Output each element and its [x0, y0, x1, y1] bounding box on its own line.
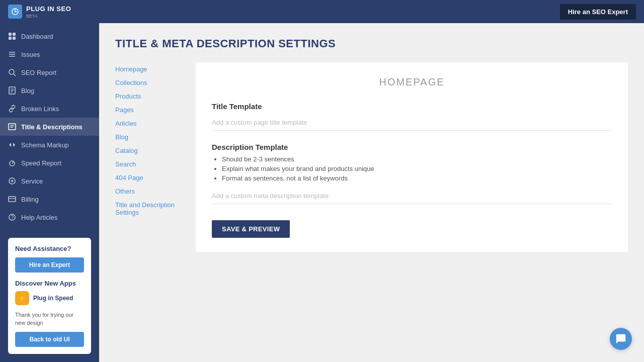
sidebar-item-blog[interactable]: Blog [0, 81, 99, 100]
sidebar-label-issues: Issues [21, 51, 40, 58]
svg-line-18 [12, 162, 14, 163]
left-nav-articles[interactable]: Articles [115, 117, 192, 130]
assistance-card: Need Assistance? Hire an Expert Discover… [8, 238, 91, 354]
speed-icon [8, 159, 16, 167]
sidebar-item-issues[interactable]: Issues [0, 45, 99, 63]
main-panel: HOMEPAGE Title Template Description Temp… [196, 62, 628, 252]
sidebar-label-blog: Blog [21, 87, 34, 95]
description-template-input[interactable] [212, 188, 612, 204]
left-nav-search[interactable]: Search [115, 157, 192, 171]
plug-speed-icon: ⚡ [15, 291, 29, 305]
assistance-title: Need Assistance? [15, 245, 84, 252]
header: PLUG IN SEO BETA Hire an SEO Expert [0, 0, 644, 23]
description-hints: Should be 2-3 sentences Explain what mak… [212, 155, 612, 182]
help-icon: ? [8, 213, 16, 221]
sidebar-label-dashboard: Dashboard [21, 33, 53, 40]
sidebar-label-help-articles: Help Articles [21, 214, 57, 221]
sidebar-label-seo-report: SEO Report [21, 69, 56, 76]
seo-report-icon [8, 68, 16, 76]
sidebar-item-help-articles[interactable]: ? Help Articles [0, 208, 99, 226]
sidebar-item-dashboard[interactable]: Dashboard [0, 27, 99, 45]
billing-icon [8, 195, 16, 203]
hire-expert-header-button[interactable]: Hire an SEO Expert [560, 4, 636, 20]
content-area: TITLE & META DESCRIPTION SETTINGS Homepa… [99, 23, 644, 362]
left-nav-collections[interactable]: Collections [115, 76, 192, 89]
svg-text:?: ? [11, 215, 14, 220]
svg-rect-2 [13, 33, 16, 36]
sidebar-item-broken-links[interactable]: Broken Links [0, 100, 99, 118]
logo: PLUG IN SEO BETA [8, 5, 71, 19]
left-nav-404-page[interactable]: 404 Page [115, 171, 192, 185]
hire-expert-sidebar-button[interactable]: Hire an Expert [15, 257, 84, 273]
logo-beta: BETA [26, 14, 71, 19]
page-title: TITLE & META DESCRIPTION SETTINGS [115, 37, 628, 50]
content-inner: Homepage Collections Products Pages Arti… [115, 62, 628, 252]
left-nav-title-description-settings[interactable]: Title and Description Settings [115, 198, 192, 219]
sidebar-item-billing[interactable]: Billing [0, 190, 99, 208]
svg-rect-3 [9, 37, 12, 40]
title-template-group: Title Template [212, 102, 612, 131]
chat-bubble[interactable] [610, 328, 632, 350]
sidebar-item-service[interactable]: Service [0, 172, 99, 190]
broken-links-icon [8, 105, 16, 113]
discover-title: Discover New Apps [15, 280, 84, 287]
description-hint-3: Format as sentences, not a list of keywo… [222, 174, 612, 182]
svg-line-9 [14, 74, 16, 76]
sidebar-label-schema-markup: Schema Markup [21, 141, 69, 149]
service-icon [8, 177, 16, 185]
sidebar-bottom: Need Assistance? Hire an Expert Discover… [0, 230, 99, 362]
description-hint-1: Should be 2-3 sentences [222, 155, 612, 163]
description-hint-2: Explain what makes your brand and produc… [222, 165, 612, 172]
sidebar-label-title-descriptions: Title & Descriptions [21, 123, 83, 131]
sidebar-item-seo-report[interactable]: SEO Report [0, 63, 99, 81]
description-template-label: Description Template [212, 143, 612, 151]
left-nav-pages[interactable]: Pages [115, 103, 192, 117]
blog-icon [8, 86, 16, 95]
svg-point-8 [9, 69, 14, 74]
logo-text: PLUG IN SEO [26, 5, 71, 13]
save-preview-button[interactable]: SAVE & PREVIEW [212, 220, 290, 238]
sidebar-item-title-descriptions[interactable]: Title & Descriptions [0, 118, 99, 136]
left-nav-products[interactable]: Products [115, 89, 192, 103]
left-nav-homepage[interactable]: Homepage [115, 62, 192, 76]
thank-you-text: Thank you for trying our new design [15, 311, 84, 327]
left-nav-catalog[interactable]: Catalog [115, 144, 192, 157]
logo-icon [8, 5, 22, 19]
sidebar-label-billing: Billing [21, 196, 39, 203]
plug-in-speed-row: ⚡ Plug in Speed [15, 291, 84, 305]
description-template-group: Description Template Should be 2-3 sente… [212, 143, 612, 204]
dashboard-icon [8, 32, 16, 40]
plug-speed-text: Plug in Speed [33, 295, 73, 302]
sidebar-item-speed-report[interactable]: Speed Report [0, 154, 99, 172]
svg-rect-21 [9, 197, 16, 202]
svg-rect-4 [13, 37, 16, 40]
sidebar-label-service: Service [21, 177, 43, 185]
svg-rect-14 [9, 124, 16, 130]
sidebar: Dashboard Issues SEO Report Blog Broken … [0, 23, 99, 362]
left-nav-others[interactable]: Others [115, 185, 192, 198]
main-layout: Dashboard Issues SEO Report Blog Broken … [0, 23, 644, 362]
left-nav: Homepage Collections Products Pages Arti… [115, 62, 196, 252]
panel-section-title: HOMEPAGE [212, 76, 612, 88]
left-nav-blog[interactable]: Blog [115, 130, 192, 144]
back-to-old-button[interactable]: Back to old UI [15, 332, 84, 347]
title-template-label: Title Template [212, 102, 612, 111]
sidebar-label-speed-report: Speed Report [21, 159, 61, 167]
title-template-input[interactable] [212, 115, 612, 131]
sidebar-item-schema-markup[interactable]: Schema Markup [0, 136, 99, 154]
svg-rect-1 [9, 33, 12, 36]
svg-point-20 [11, 180, 13, 182]
sidebar-label-broken-links: Broken Links [21, 105, 59, 113]
schema-icon [8, 141, 16, 149]
title-icon [8, 123, 16, 131]
issues-icon [8, 50, 16, 58]
